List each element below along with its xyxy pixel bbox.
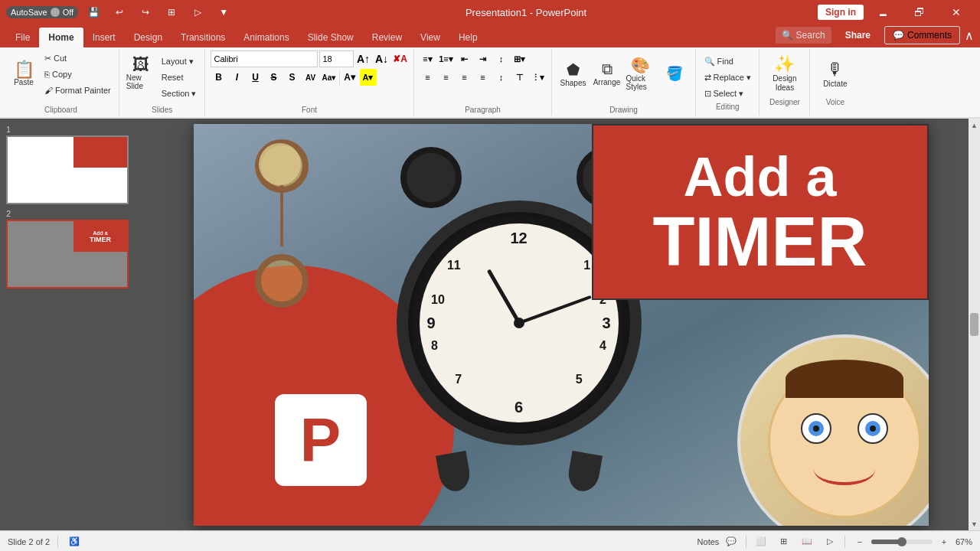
replace-icon: ⇄ [704,73,711,83]
underline-button[interactable]: U [247,69,264,86]
clock-6: 6 [514,399,523,416]
close-button[interactable]: ✕ [939,0,974,24]
align-right-button[interactable]: ≡ [456,69,473,86]
group-slides: 🖼 New Slide Layout ▾ Reset Section ▾ Sli… [120,49,205,116]
reset-button[interactable]: Reset [158,70,200,85]
section-button[interactable]: Section ▾ [158,86,200,101]
tab-help[interactable]: Help [449,28,487,47]
tab-design[interactable]: Design [125,28,172,47]
slide-sorter-button[interactable]: ⊞ [776,533,792,550]
zoom-slider[interactable] [871,540,933,544]
align-left-button[interactable]: ≡ [420,69,436,86]
quick-styles-button[interactable]: 🎨 Quick Styles [625,51,657,96]
tab-transitions[interactable]: Transitions [172,28,234,47]
zoom-slider-thumb[interactable] [897,537,906,546]
select-button[interactable]: ⊡ Select ▾ [701,86,754,101]
tab-slideshow[interactable]: Slide Show [299,28,363,47]
align-center-button[interactable]: ≡ [438,69,455,86]
arrange-button[interactable]: ⧉ Arrange [591,51,623,96]
zoom-out-button[interactable]: − [851,533,868,550]
statusbar-left: Slide 2 of 2 ♿ [8,533,83,550]
find-button[interactable]: 🔍 Find [701,54,754,69]
clock-7: 7 [455,373,462,386]
normal-view-button[interactable]: ⬜ [753,533,769,550]
clear-format-button[interactable]: ✘A [392,51,409,67]
search-box[interactable]: 🔍 Search [776,27,831,44]
paste-icon: 📋 [14,61,34,78]
scroll-down-arrow[interactable]: ▼ [969,519,979,529]
design-ideas-button[interactable]: ✨ DesignIdeas [765,51,805,96]
smartart-button[interactable]: ⋮▾ [530,69,547,86]
layout-button[interactable]: Layout ▾ [158,54,200,69]
decrease-indent-button[interactable]: ⇤ [456,51,473,67]
shadow-button[interactable]: S [284,69,301,86]
clock-4: 4 [599,339,606,353]
align-text-button[interactable]: ⊤ [511,69,528,86]
tab-file[interactable]: File [6,28,39,47]
dictate-button[interactable]: 🎙 Dictate [815,51,855,96]
text-direction-button[interactable]: ↕ [493,69,510,86]
tab-home[interactable]: Home [39,28,83,47]
cut-button[interactable]: ✂ Cut [41,51,114,66]
decrease-font-button[interactable]: A↓ [374,51,390,67]
columns-button[interactable]: ⊞▾ [511,51,528,67]
font-family-input[interactable] [211,51,318,67]
alarm-bell-left [400,147,462,208]
bullets-button[interactable]: ≡▾ [420,51,436,67]
numbering-button[interactable]: 1≡▾ [438,51,455,67]
redo-icon[interactable]: ↪ [135,2,156,22]
font-color-button[interactable]: A▾ [341,69,358,86]
increase-font-button[interactable]: A↑ [355,51,372,67]
more-tools-icon[interactable]: ▼ [213,2,234,22]
restore-button[interactable]: 🗗 [902,0,937,24]
scroll-up-arrow[interactable]: ▲ [969,120,979,130]
slide-thumb-2[interactable]: 2 Add a TIMER [6,209,136,289]
undo-icon[interactable]: ↩ [109,2,130,22]
slide-preview-1[interactable] [6,135,129,204]
share-button[interactable]: Share [836,27,880,44]
tab-animations[interactable]: Animations [234,28,298,47]
case-button[interactable]: Aa▾ [321,69,338,86]
comments-button[interactable]: 💬 Comments [884,26,960,44]
format-painter-button[interactable]: 🖌 Format Painter [41,83,114,98]
vertical-scrollbar[interactable]: ▲ ▼ [969,119,980,530]
paste-button[interactable]: 📋 Paste [8,51,40,96]
bold-button[interactable]: B [211,69,227,86]
line-spacing-button[interactable]: ↕ [493,51,510,67]
tab-insert[interactable]: Insert [83,28,125,47]
char-spacing-button[interactable]: AV [302,69,319,86]
clock-3: 3 [602,314,610,331]
clock-center [514,318,524,328]
minimize-button[interactable]: 🗕 [865,0,900,24]
comments-status-button[interactable]: 💬 [723,533,740,550]
increase-indent-button[interactable]: ⇥ [475,51,492,67]
zoom-in-button[interactable]: + [936,533,952,550]
tab-view[interactable]: View [411,28,449,47]
slideshow-button[interactable]: ▷ [822,533,838,550]
present-icon[interactable]: ▷ [187,2,208,22]
notes-button[interactable]: Notes [700,533,717,550]
tab-review[interactable]: Review [363,28,411,47]
slide-thumb-1[interactable]: 1 [6,125,136,204]
italic-button[interactable]: I [229,69,246,86]
replace-button[interactable]: ⇄ Replace ▾ [701,70,754,85]
accessibility-button[interactable]: ♿ [66,533,83,550]
strikethrough-button[interactable]: S [266,69,283,86]
sign-in-button[interactable]: Sign in [818,5,864,20]
reading-view-button[interactable]: 📖 [799,533,815,550]
copy-button[interactable]: ⎘ Copy [41,67,114,82]
highlight-button[interactable]: A▾ [360,69,377,86]
autosave-toggle[interactable]: AutoSave Off [6,6,78,18]
shapes-button[interactable]: ⬟ Shapes [557,51,590,96]
ribbon-collapse-button[interactable]: ∧ [965,28,974,43]
slide-preview-2[interactable]: Add a TIMER [6,220,129,289]
font-size-input[interactable] [319,51,354,67]
group-paragraph: ≡▾ 1≡▾ ⇤ ⇥ ↕ ⊞▾ ≡ ≡ ≡ ≡ ↕ ⊤ ⋮▾ Paragraph [415,49,552,116]
customize-icon[interactable]: ⊞ [161,2,182,22]
justify-button[interactable]: ≡ [475,69,492,86]
save-icon[interactable]: 💾 [83,2,104,22]
slide-canvas[interactable]: P [194,124,929,526]
scroll-thumb[interactable] [970,313,978,336]
new-slide-button[interactable]: 🖼 New Slide [125,51,157,96]
shape-fill-button[interactable]: 🪣 [658,51,691,96]
